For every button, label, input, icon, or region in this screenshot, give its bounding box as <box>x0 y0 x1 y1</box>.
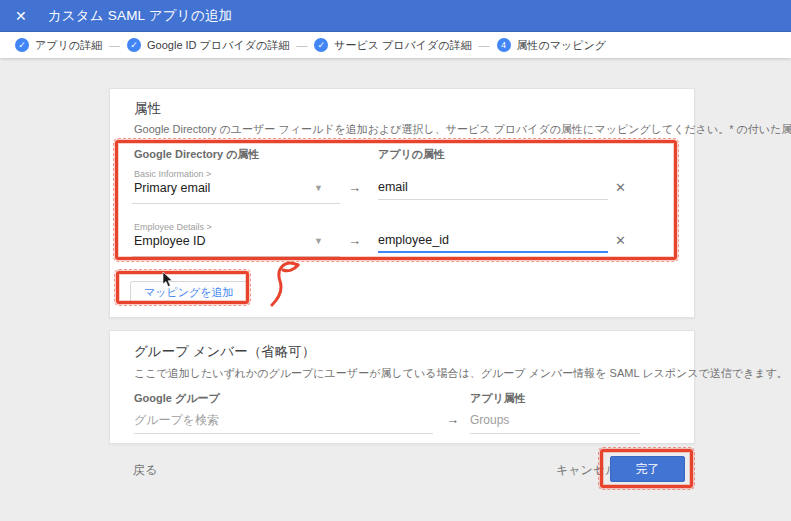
step-done-icon: ✓ <box>127 38 141 52</box>
column-header-app-attribute: アプリ属性 <box>470 391 526 406</box>
step-attribute-mapping: 4 属性のマッピング <box>497 38 607 53</box>
remove-mapping-icon[interactable]: ✕ <box>615 180 626 195</box>
chevron-down-icon[interactable]: ▼ <box>314 236 323 246</box>
step-app-details: ✓ アプリの詳細 <box>15 38 102 53</box>
step-label: 属性のマッピング <box>517 38 607 53</box>
select-underline <box>132 256 340 257</box>
select-underline <box>132 203 340 204</box>
arrow-right-icon: → <box>446 412 459 427</box>
attributes-card: 属性 Google Directory のユーザー フィールドを追加および選択し… <box>109 88 695 318</box>
step-done-icon: ✓ <box>314 38 328 52</box>
step-label: Google ID プロバイダの詳細 <box>147 38 289 53</box>
arrow-right-icon: → <box>348 180 361 195</box>
annotation-curl-arrow <box>268 259 310 307</box>
step-service-provider-details: ✓ サービス プロバイダの詳細 <box>314 38 471 53</box>
attributes-title: 属性 <box>134 100 161 118</box>
group-app-attribute-input[interactable] <box>470 413 640 434</box>
attributes-description: Google Directory のユーザー フィールドを追加および選択し、サー… <box>134 122 791 137</box>
step-connector: — <box>296 39 307 51</box>
column-header-google-group: Google グループ <box>134 391 220 406</box>
step-label: サービス プロバイダの詳細 <box>334 38 471 53</box>
directory-field-select[interactable]: Primary email <box>134 181 210 195</box>
add-mapping-button[interactable]: マッピングを追加 <box>130 281 248 304</box>
directory-field-category: Employee Details > <box>134 222 212 232</box>
app-attribute-input-email[interactable] <box>378 180 608 200</box>
close-icon[interactable]: ✕ <box>15 9 27 23</box>
attributes-description-text: Google Directory のユーザー フィールドを追加および選択し、サー… <box>134 123 791 135</box>
step-connector: — <box>479 39 490 51</box>
step-google-idp-details: ✓ Google ID プロバイダの詳細 <box>127 38 289 53</box>
arrow-right-icon: → <box>348 233 361 248</box>
step-number-icon: 4 <box>497 38 511 52</box>
mouse-cursor-icon <box>162 272 174 288</box>
remove-mapping-icon[interactable]: ✕ <box>615 233 626 248</box>
column-header-app-attribute: アプリの属性 <box>378 147 445 162</box>
group-membership-card: グループ メンバー（省略可） ここで追加したいずれかのグループにユーザーが属して… <box>109 330 695 444</box>
group-membership-description: ここで追加したいずれかのグループにユーザーが属している場合は、グループ メンバー… <box>134 366 788 381</box>
directory-field-select[interactable]: Employee ID <box>134 234 206 248</box>
done-button[interactable]: 完了 <box>610 456 685 482</box>
add-custom-saml-app-dialog: ✕ カスタム SAML アプリの追加 ✓ アプリの詳細 — ✓ Google I… <box>0 0 791 521</box>
step-connector: — <box>109 39 120 51</box>
step-done-icon: ✓ <box>15 38 29 52</box>
chevron-down-icon[interactable]: ▼ <box>314 183 323 193</box>
stepper: ✓ アプリの詳細 — ✓ Google ID プロバイダの詳細 — ✓ サービス… <box>0 32 791 58</box>
column-header-directory-attribute: Google Directory の属性 <box>134 147 260 162</box>
app-attribute-input-employee-id[interactable] <box>378 233 608 253</box>
dialog-title: カスタム SAML アプリの追加 <box>48 7 233 25</box>
group-membership-title: グループ メンバー（省略可） <box>134 343 315 361</box>
back-button[interactable]: 戻る <box>127 458 163 483</box>
directory-field-category: Basic Information > <box>134 169 211 179</box>
dialog-titlebar: ✕ カスタム SAML アプリの追加 <box>0 0 791 32</box>
group-search-input[interactable] <box>134 413 433 434</box>
step-label: アプリの詳細 <box>35 38 102 53</box>
